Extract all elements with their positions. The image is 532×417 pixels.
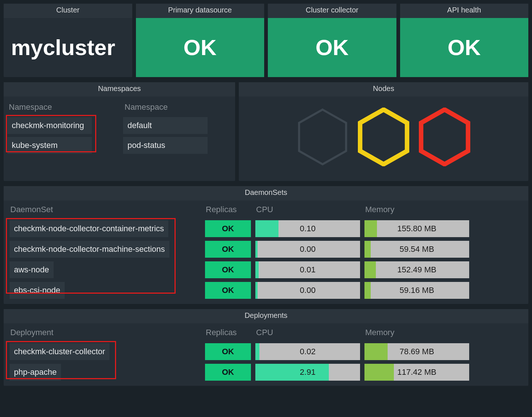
daemonsets-header: DaemonSets — [4, 186, 528, 200]
replicas-status: OK — [205, 220, 251, 237]
namespace-col-header: Namespace — [123, 100, 231, 117]
cpu-value: 0.02 — [300, 347, 316, 356]
replicas-col-header: Replicas — [205, 326, 251, 340]
cpu-bar: 0.00 — [255, 282, 360, 299]
memory-value: 152.49 MB — [397, 265, 436, 275]
cpu-value: 0.10 — [300, 224, 316, 233]
replicas-status: OK — [205, 261, 251, 278]
cpu-value: 2.91 — [300, 367, 316, 377]
cluster-collector-status: OK — [268, 18, 396, 77]
memory-bar: 78.69 MB — [364, 343, 469, 360]
svg-marker-1 — [360, 110, 407, 164]
namespace-item[interactable]: checkmk-monitoring — [7, 117, 92, 134]
namespace-item[interactable]: pod-status — [123, 137, 208, 154]
primary-datasource-status: OK — [136, 18, 265, 77]
replicas-status: OK — [205, 343, 251, 360]
daemonset-item[interactable]: checkmk-node-collector-container-metrics — [10, 220, 168, 237]
cluster-collector-header: Cluster collector — [268, 4, 396, 18]
memory-value: 59.54 MB — [399, 244, 434, 254]
cpu-bar: 0.01 — [255, 261, 360, 278]
memory-col-header: Memory — [364, 203, 469, 217]
replicas-col-header: Replicas — [205, 203, 251, 217]
namespace-item[interactable]: kube-system — [7, 137, 92, 154]
memory-value: 78.69 MB — [399, 347, 434, 356]
memory-bar: 117.42 MB — [364, 364, 469, 381]
cpu-bar: 2.91 — [255, 364, 360, 381]
memory-value: 155.80 MB — [397, 224, 436, 233]
cluster-panel: Cluster mycluster — [4, 4, 132, 77]
cluster-collector-panel: Cluster collector OK — [268, 4, 396, 77]
replicas-status: OK — [205, 241, 251, 258]
memory-bar: 59.54 MB — [364, 241, 469, 258]
deployment-col-header: Deployment — [10, 326, 201, 340]
namespace-col-header: Namespace — [7, 100, 116, 117]
namespaces-panel: Namespaces Namespace checkmk-monitoring … — [4, 82, 235, 181]
namespace-item[interactable]: default — [123, 117, 208, 134]
deployment-item[interactable]: php-apache — [10, 364, 61, 381]
cpu-bar: 0.00 — [255, 241, 360, 258]
node-hexagon-icon[interactable] — [419, 108, 470, 166]
memory-bar: 59.16 MB — [364, 282, 469, 299]
node-hexagon-icon[interactable] — [297, 108, 348, 166]
svg-marker-2 — [421, 110, 468, 164]
cpu-value: 0.00 — [300, 286, 316, 295]
daemonset-item[interactable]: aws-node — [10, 261, 54, 278]
replicas-status: OK — [205, 282, 251, 299]
api-health-panel: API health OK — [400, 4, 529, 77]
api-health-header: API health — [400, 4, 529, 18]
daemonsets-panel: DaemonSets DaemonSet Replicas CPU Memory… — [4, 186, 528, 304]
nodes-header: Nodes — [239, 82, 528, 97]
deployments-header: Deployments — [4, 309, 528, 323]
svg-marker-0 — [299, 110, 346, 164]
cluster-header: Cluster — [4, 4, 132, 18]
memory-col-header: Memory — [364, 326, 469, 340]
cpu-bar: 0.10 — [255, 220, 360, 237]
daemonset-item[interactable]: ebs-csi-node — [10, 282, 65, 299]
cpu-bar: 0.02 — [255, 343, 360, 360]
deployment-item[interactable]: checkmk-cluster-collector — [10, 343, 109, 360]
memory-value: 117.42 MB — [397, 367, 436, 377]
namespaces-header: Namespaces — [4, 82, 235, 97]
daemonset-col-header: DaemonSet — [10, 203, 201, 217]
memory-bar: 152.49 MB — [364, 261, 469, 278]
cpu-value: 0.01 — [300, 265, 316, 275]
replicas-status: OK — [205, 364, 251, 381]
cpu-col-header: CPU — [255, 326, 360, 340]
node-hexagon-icon[interactable] — [358, 108, 409, 166]
primary-datasource-panel: Primary datasource OK — [136, 4, 265, 77]
deployments-panel: Deployments Deployment Replicas CPU Memo… — [4, 309, 528, 386]
memory-value: 59.16 MB — [399, 286, 434, 295]
api-health-status: OK — [400, 18, 529, 77]
memory-bar: 155.80 MB — [364, 220, 469, 237]
primary-datasource-header: Primary datasource — [136, 4, 265, 18]
namespaces-col-1: Namespace checkmk-monitoring kube-system — [4, 97, 119, 164]
daemonset-item[interactable]: checkmk-node-collector-machine-sections — [10, 241, 169, 258]
nodes-panel: Nodes — [239, 82, 528, 181]
cpu-col-header: CPU — [255, 203, 360, 217]
cpu-value: 0.00 — [300, 244, 316, 254]
namespaces-col-2: Namespace default pod-status — [119, 97, 235, 164]
cluster-name: mycluster — [4, 18, 132, 77]
